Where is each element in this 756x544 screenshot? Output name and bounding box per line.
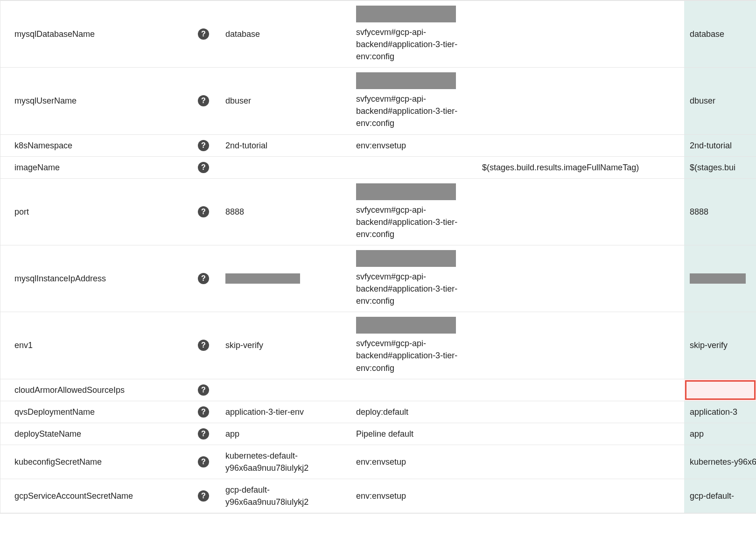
- help-icon[interactable]: ?: [198, 340, 209, 351]
- masked-value: [356, 250, 456, 267]
- param-name-text: k8sNamespace: [14, 139, 182, 152]
- help-icon[interactable]: ?: [198, 162, 209, 173]
- override-value: [476, 245, 684, 312]
- source-value-text: env:envsetup: [356, 490, 471, 502]
- help-cell: ?: [187, 245, 220, 312]
- default-value-text: kubernetes-default-y96x6aa9nuu78iulykj2: [225, 450, 345, 474]
- override-value: [476, 423, 684, 445]
- source-value: env:envsetup: [350, 135, 476, 156]
- help-cell: ?: [187, 1, 220, 67]
- override-value: [476, 312, 684, 378]
- help-icon[interactable]: ?: [198, 384, 209, 396]
- final-value: skip-verify: [684, 312, 756, 378]
- help-icon[interactable]: ?: [198, 95, 209, 106]
- param-name-text: imageName: [14, 161, 182, 174]
- default-value: skip-verify: [220, 312, 350, 378]
- source-value-text: env:envsetup: [356, 456, 471, 468]
- param-name: qvsDeploymentName: [0, 401, 187, 423]
- param-name-text: cloudArmorAllowedSourceIps: [14, 384, 182, 396]
- help-cell: ?: [187, 479, 220, 513]
- final-value: app: [684, 423, 756, 445]
- help-cell: ?: [187, 68, 220, 134]
- source-value: [350, 157, 476, 178]
- param-name: port: [0, 179, 187, 245]
- source-value: [350, 379, 476, 401]
- final-value: application-3: [684, 401, 756, 423]
- param-name: k8sNamespace: [0, 135, 187, 156]
- default-value: database: [220, 1, 350, 67]
- help-icon[interactable]: ?: [198, 28, 209, 40]
- table-row: env1?skip-verifysvfycevm#gcp-api-backend…: [0, 312, 756, 379]
- default-value: [220, 379, 350, 401]
- param-name-text: mysqlInstanceIpAddress: [14, 272, 182, 285]
- help-cell: ?: [187, 179, 220, 245]
- source-value-text: svfycevm#gcp-api-backend#application-3-t…: [356, 26, 471, 63]
- table-row: mysqlUserName?dbusersvfycevm#gcp-api-bac…: [0, 68, 756, 134]
- help-icon[interactable]: ?: [198, 428, 209, 439]
- help-cell: ?: [187, 445, 220, 479]
- param-name-text: env1: [14, 339, 182, 351]
- default-value: 2nd-tutorial: [220, 135, 350, 156]
- final-value-text: skip-verify: [690, 339, 751, 351]
- override-value: [476, 179, 684, 245]
- help-icon[interactable]: ?: [198, 490, 209, 502]
- param-name: kubeconfigSecretName: [0, 445, 187, 479]
- final-value: gcp-default-: [684, 479, 756, 513]
- source-value: svfycevm#gcp-api-backend#application-3-t…: [350, 179, 476, 245]
- override-value: [476, 68, 684, 134]
- param-name: gcpServiceAccountSecretName: [0, 479, 187, 513]
- help-icon[interactable]: ?: [198, 140, 209, 151]
- source-value-text: Pipeline default: [356, 428, 471, 440]
- table-row: qvsDeploymentName?application-3-tier-env…: [0, 401, 756, 423]
- final-value-text: 2nd-tutorial: [690, 139, 751, 152]
- final-value: [684, 379, 756, 401]
- masked-value: [356, 183, 456, 200]
- param-name-text: port: [14, 206, 182, 218]
- help-icon[interactable]: ?: [198, 206, 209, 217]
- parameters-table: mysqlDatabaseName?databasesvfycevm#gcp-a…: [0, 0, 756, 514]
- final-value-text: application-3: [690, 406, 751, 418]
- source-value-text: svfycevm#gcp-api-backend#application-3-t…: [356, 337, 471, 374]
- source-value: svfycevm#gcp-api-backend#application-3-t…: [350, 245, 476, 312]
- source-value: deploy:default: [350, 401, 476, 423]
- masked-value: [356, 72, 456, 89]
- final-value-text: $(stages.bui: [690, 161, 751, 174]
- param-name: cloudArmorAllowedSourceIps: [0, 379, 187, 401]
- param-name: deployStateName: [0, 423, 187, 445]
- default-value-text: app: [225, 428, 345, 440]
- param-name-text: gcpServiceAccountSecretName: [14, 490, 182, 502]
- help-icon[interactable]: ?: [198, 456, 209, 467]
- default-value-text: gcp-default-y96x6aa9nuu78iulykj2: [225, 484, 345, 508]
- help-cell: ?: [187, 423, 220, 445]
- final-value-text: 8888: [690, 206, 751, 218]
- table-row: mysqlInstanceIpAddress?svfycevm#gcp-api-…: [0, 245, 756, 312]
- override-value: $(stages.build.results.imageFullNameTag): [476, 157, 684, 178]
- override-value: [476, 379, 684, 401]
- table-row: kubeconfigSecretName?kubernetes-default-…: [0, 445, 756, 479]
- param-name-text: mysqlUserName: [14, 95, 182, 107]
- final-value: kubernetes-y96x6aa9nu: [684, 445, 756, 479]
- help-icon[interactable]: ?: [198, 273, 209, 284]
- table-row: gcpServiceAccountSecretName?gcp-default-…: [0, 479, 756, 513]
- default-value-text: dbuser: [225, 95, 345, 107]
- final-value: dbuser: [684, 68, 756, 134]
- source-value: Pipeline default: [350, 423, 476, 445]
- param-name-text: deployStateName: [14, 428, 182, 440]
- default-value: dbuser: [220, 68, 350, 134]
- table-row: cloudArmorAllowedSourceIps?: [0, 379, 756, 401]
- help-icon[interactable]: ?: [198, 406, 209, 418]
- default-value-text: 2nd-tutorial: [225, 139, 345, 152]
- source-value-text: svfycevm#gcp-api-backend#application-3-t…: [356, 204, 471, 240]
- override-value: [476, 401, 684, 423]
- masked-value: [225, 273, 300, 284]
- default-value: kubernetes-default-y96x6aa9nuu78iulykj2: [220, 445, 350, 479]
- param-name: mysqlInstanceIpAddress: [0, 245, 187, 312]
- default-value: 8888: [220, 179, 350, 245]
- source-value-text: deploy:default: [356, 406, 471, 418]
- final-value-text: kubernetes-y96x6aa9nu: [690, 456, 751, 468]
- default-value-text: 8888: [225, 206, 345, 218]
- param-name-text: kubeconfigSecretName: [14, 456, 182, 468]
- default-value: gcp-default-y96x6aa9nuu78iulykj2: [220, 479, 350, 513]
- table-row: imageName?$(stages.build.results.imageFu…: [0, 157, 756, 179]
- source-value: svfycevm#gcp-api-backend#application-3-t…: [350, 312, 476, 378]
